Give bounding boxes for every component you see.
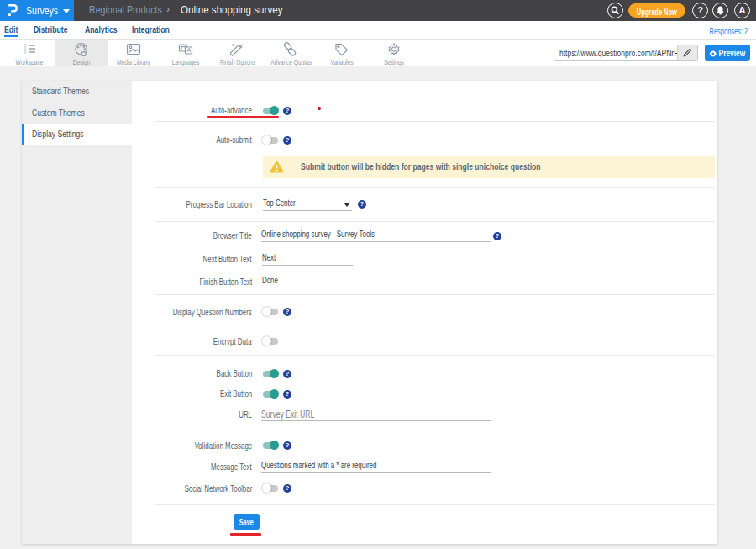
svg-text:A: A	[187, 47, 192, 53]
